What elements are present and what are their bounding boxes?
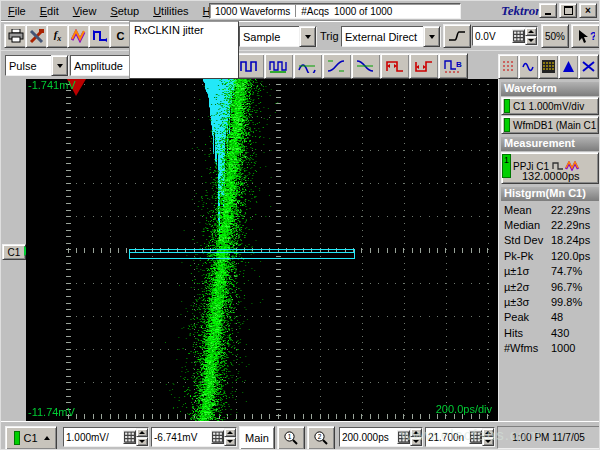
- horizontal-position-spinner[interactable]: [482, 428, 494, 446]
- restore-button[interactable]: [559, 3, 577, 18]
- histogram-panel-header: Histgrm(Mn C1): [501, 187, 599, 201]
- display-persistence-button[interactable]: [498, 54, 519, 79]
- menu-file[interactable]: File: [1, 3, 33, 19]
- rising-edge-icon: [448, 30, 466, 42]
- spin-down-icon[interactable]: [224, 437, 236, 446]
- horizontal-scale-field[interactable]: 200.000ps: [339, 427, 423, 447]
- acqs-label: #Acqs: [296, 6, 334, 17]
- dropdown-button[interactable]: [51, 55, 68, 76]
- vertical-scale-spinner[interactable]: [136, 428, 148, 446]
- minimize-button[interactable]: [539, 3, 557, 18]
- trigger-slope-button[interactable]: [443, 24, 471, 48]
- window-controls: ×: [539, 3, 597, 18]
- spin-up-icon[interactable]: [224, 428, 236, 437]
- acquisition-mode-dropdown[interactable]: Sample: [239, 26, 317, 47]
- spin-down-icon[interactable]: [482, 437, 494, 446]
- waveform-database-display-button[interactable]: [538, 54, 559, 79]
- spin-down-icon[interactable]: [525, 36, 537, 45]
- spin-down-icon[interactable]: [410, 437, 422, 446]
- display-vector-button[interactable]: [518, 54, 539, 79]
- waveform-item-c1[interactable]: C1 1.000mV/div: [501, 97, 599, 115]
- dropdown-button[interactable]: [299, 26, 316, 47]
- waveform-item-label: C1 1.000mV/div: [513, 101, 584, 112]
- acqs-value: 1000 of 1000: [334, 6, 397, 17]
- spin-down-icon[interactable]: [136, 437, 148, 446]
- acquisition-readout: 1000 Waveforms #Acqs 1000 of 1000: [209, 3, 461, 19]
- tools-button[interactable]: [25, 24, 48, 48]
- measure-frequency-button[interactable]: [264, 53, 294, 79]
- horizontal-position-field[interactable]: 21.700n: [425, 427, 495, 447]
- measure-period-button[interactable]: [235, 53, 265, 79]
- vertical-offset-value: -6.741mV: [152, 432, 211, 443]
- blue-pulse-icon: [92, 29, 108, 43]
- menu-utilities[interactable]: Utilities: [146, 3, 195, 19]
- histogram-display-button[interactable]: [558, 54, 579, 79]
- minimize-icon: [545, 13, 551, 15]
- eye-cross-icon: [582, 59, 595, 74]
- svg-text:B: B: [456, 60, 462, 69]
- datetime-status: 1:00 PM 11/7/05: [497, 426, 600, 449]
- menu-setup[interactable]: Setup: [103, 3, 146, 19]
- waveform-panel-header: Waveform: [501, 82, 599, 96]
- channel-marker[interactable]: C1: [2, 244, 26, 260]
- oscilloscope-window: File Edit View Setup Utilities Help 1000…: [0, 0, 600, 450]
- menu-edit[interactable]: Edit: [33, 3, 66, 19]
- keypad-icon[interactable]: [469, 430, 482, 444]
- set-to-50pct-button[interactable]: 50%: [541, 24, 569, 48]
- histogram-stats: Mean22.29ns Median22.29ns Std Dev18.24ps…: [499, 202, 600, 356]
- channel-select-button[interactable]: C1: [5, 426, 57, 450]
- vertical-scale-value: 1.000mV/: [64, 432, 123, 443]
- close-button[interactable]: ×: [579, 3, 597, 18]
- horizontal-scale-spinner[interactable]: [410, 428, 422, 446]
- acquisition-mode-value: Sample: [240, 31, 299, 43]
- spin-up-icon[interactable]: [410, 428, 422, 437]
- trigger-level-value: 0.0V: [473, 31, 512, 42]
- keypad-icon[interactable]: [211, 430, 224, 444]
- mask-button[interactable]: [88, 24, 111, 48]
- channel-label: C1: [23, 432, 37, 444]
- zoom-2-button[interactable]: 2: [307, 426, 335, 450]
- triangle-icon: [562, 59, 575, 74]
- vertical-offset-field[interactable]: -6.741mV: [151, 427, 237, 447]
- context-help-button[interactable]: ?: [571, 24, 600, 48]
- vertical-offset-spinner[interactable]: [224, 428, 236, 446]
- zoom-1-button[interactable]: 1: [277, 426, 305, 450]
- svg-text:?: ?: [590, 30, 595, 42]
- waveform-item-wfmdb1[interactable]: WfmDB1 (Main C1: [501, 116, 599, 134]
- trigger-level-field[interactable]: 0.0V: [472, 26, 538, 46]
- channel-color-bar: [504, 118, 510, 132]
- measure-negative-width-button[interactable]: [409, 53, 439, 79]
- measure-positive-width-button[interactable]: [380, 53, 410, 79]
- eye-mask-button[interactable]: [578, 54, 599, 79]
- stat-row-pkpk: Pk-Pk120.0ps: [499, 248, 600, 263]
- dropdown-button[interactable]: [423, 26, 440, 47]
- measure-category-dropdown[interactable]: Pulse: [5, 55, 69, 76]
- measure-falltime-button[interactable]: [351, 53, 381, 79]
- keypad-icon[interactable]: [397, 430, 410, 444]
- menu-view[interactable]: View: [66, 3, 104, 19]
- horizontal-scale-value: 200.000ps: [340, 432, 397, 443]
- spin-up-icon[interactable]: [136, 428, 148, 437]
- magnifier-2-icon: 2: [313, 430, 329, 446]
- histogram-region-box: [129, 249, 355, 259]
- print-icon: [8, 29, 24, 43]
- spin-up-icon[interactable]: [525, 27, 537, 36]
- measurement-item[interactable]: 1 PPJi C1 132.0000ps: [501, 152, 599, 184]
- trigger-source-dropdown[interactable]: External Direct: [341, 26, 441, 47]
- cycle-amplitude-icon: [298, 59, 318, 73]
- positive-width-icon: [385, 59, 405, 73]
- timebase-button[interactable]: Main: [239, 426, 275, 450]
- keypad-icon[interactable]: [512, 29, 525, 43]
- measure-jitter-button[interactable]: B: [438, 53, 468, 79]
- spin-up-icon[interactable]: [482, 428, 494, 437]
- trigger-level-spinner[interactable]: [525, 27, 537, 45]
- menu-bar: File Edit View Setup Utilities Help 1000…: [1, 1, 599, 21]
- vertical-scale-field[interactable]: 1.000mV/: [63, 427, 149, 447]
- measure-cycle-button[interactable]: [293, 53, 323, 79]
- waveform-database-button[interactable]: [67, 24, 90, 48]
- define-math-button[interactable]: fx: [46, 24, 69, 48]
- measure-risetime-button[interactable]: [322, 53, 352, 79]
- keypad-icon[interactable]: [123, 430, 136, 444]
- horizontal-position-value: 21.700n: [426, 432, 469, 443]
- print-button[interactable]: [4, 24, 27, 48]
